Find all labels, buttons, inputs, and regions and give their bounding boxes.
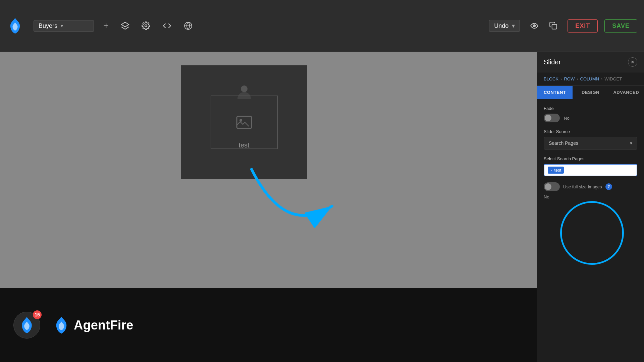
toolbar-right-icons: [527, 19, 561, 33]
panel-body: Fade No Slider Source Search Pages ▾ Sel…: [537, 99, 644, 362]
duplicate-button[interactable]: [546, 19, 561, 33]
page-selector-arrow-icon: ▾: [61, 23, 63, 28]
help-icon[interactable]: ?: [605, 183, 612, 190]
breadcrumb-widget: WIDGET: [604, 76, 622, 81]
add-button[interactable]: +: [101, 18, 111, 34]
svg-point-6: [241, 85, 248, 92]
settings-button[interactable]: [139, 19, 153, 33]
agentfire-logo: AgentFire: [54, 316, 133, 334]
main-area: test 15: [0, 52, 644, 362]
tag-test: × test: [548, 167, 564, 174]
breadcrumb-sep3: ›: [601, 76, 602, 81]
app-logo: [7, 17, 23, 34]
slider-source-value: Search Pages: [549, 140, 578, 146]
panel-breadcrumb: BLOCK › ROW › COLUMN › WIDGET: [537, 72, 644, 86]
right-panel: Slider ✕ BLOCK › ROW › COLUMN › WIDGET C…: [537, 52, 644, 362]
undo-group[interactable]: Undo ▾: [489, 20, 520, 32]
slider-preview-widget: test: [181, 65, 307, 179]
fade-toggle-row: No: [544, 114, 637, 122]
svg-marker-0: [122, 22, 129, 27]
bottom-logo: 15: [13, 312, 40, 339]
tab-advanced[interactable]: ADVANCED: [608, 86, 644, 99]
undo-arrow-icon: ▾: [512, 22, 515, 29]
tag-remove-icon[interactable]: ×: [550, 168, 552, 172]
fade-toggle[interactable]: [544, 114, 560, 122]
breadcrumb-sep2: ›: [577, 76, 578, 81]
panel-close-button[interactable]: ✕: [628, 57, 637, 67]
toolbar: Buyers ▾ + Undo ▾: [0, 0, 644, 52]
svg-point-4: [534, 25, 535, 26]
preview-text: test: [238, 141, 249, 149]
tab-content[interactable]: CONTENT: [537, 86, 573, 99]
code-button[interactable]: [160, 19, 174, 33]
tag-value: test: [554, 168, 561, 173]
panel-title: Slider: [544, 58, 561, 66]
brand-name: AgentFire: [74, 318, 133, 333]
slider-source-arrow-icon: ▾: [630, 140, 632, 146]
preview-button[interactable]: [527, 19, 542, 33]
exit-button[interactable]: EXIT: [568, 19, 598, 33]
panel-header: Slider ✕: [537, 52, 644, 72]
breadcrumb-column[interactable]: COLUMN: [580, 76, 599, 81]
slider-source-dropdown[interactable]: Search Pages ▾: [544, 137, 637, 149]
fade-label: Fade: [544, 106, 637, 111]
fade-state: No: [564, 116, 570, 121]
slider-source-label: Slider Source: [544, 129, 637, 134]
use-full-size-row: Use full size images ?: [544, 182, 637, 191]
slider-source-field: Slider Source Search Pages ▾: [544, 129, 637, 149]
tag-cursor: [566, 167, 566, 173]
use-full-size-state: No: [544, 194, 549, 199]
notification-badge: 15: [33, 310, 42, 319]
use-full-size-toggle[interactable]: [544, 182, 560, 191]
tab-design[interactable]: DESIGN: [573, 86, 608, 99]
svg-rect-5: [552, 24, 557, 29]
svg-point-8: [239, 119, 242, 122]
layers-button[interactable]: [118, 19, 132, 33]
tag-input-wrapper[interactable]: × test: [544, 164, 637, 176]
svg-point-1: [145, 25, 147, 27]
page-name: Buyers: [39, 22, 57, 29]
panel-tabs: CONTENT DESIGN ADVANCED: [537, 86, 644, 99]
save-button[interactable]: SAVE: [604, 19, 637, 33]
use-full-size-label: Use full size images: [563, 184, 602, 189]
breadcrumb-sep1: ›: [560, 76, 562, 81]
fade-field: Fade No: [544, 106, 637, 122]
undo-label: Undo: [494, 22, 508, 29]
select-search-pages-label: Select Search Pages: [544, 156, 637, 161]
wordpress-button[interactable]: [181, 19, 195, 33]
breadcrumb-row[interactable]: ROW: [564, 76, 575, 81]
slider-preview-frame: [211, 96, 278, 149]
page-selector[interactable]: Buyers ▾: [34, 20, 94, 32]
breadcrumb-block[interactable]: BLOCK: [544, 76, 558, 81]
select-search-pages-section: Select Search Pages × test: [544, 156, 637, 176]
